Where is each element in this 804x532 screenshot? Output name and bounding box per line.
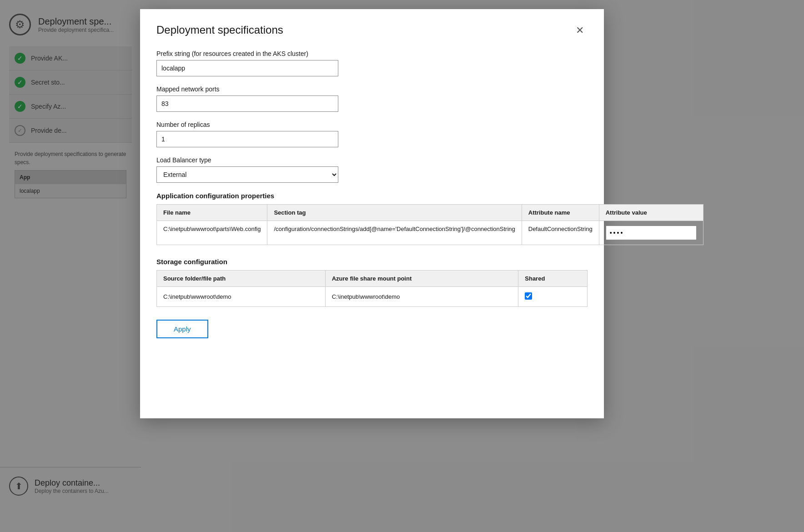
cell-mount-point: C:\inetpub\wwwroot\demo (325, 287, 518, 307)
modal-header: Deployment specifications ✕ (156, 24, 588, 37)
close-button[interactable]: ✕ (572, 24, 588, 37)
storage-tbody: C:\inetpub\wwwroot\demo C:\inetpub\wwwro… (157, 287, 588, 307)
app-config-tbody: C:\inetpub\wwwroot\parts\Web.config /con… (157, 221, 704, 245)
modal-dialog: Deployment specifications ✕ Prefix strin… (140, 9, 604, 418)
ports-form-group: Mapped network ports (156, 85, 588, 112)
storage-row: C:\inetpub\wwwroot\demo C:\inetpub\wwwro… (157, 287, 588, 307)
col-shared: Shared (518, 271, 588, 287)
cell-section-tag: /configuration/connectionStrings/add[@na… (267, 221, 522, 245)
lb-select[interactable]: External Internal None (156, 166, 338, 183)
app-config-thead: File name Section tag Attribute name Att… (157, 205, 704, 221)
cell-attr-value (599, 221, 703, 245)
lb-form-group: Load Balancer type External Internal Non… (156, 156, 588, 183)
col-source-path: Source folder/file path (157, 271, 326, 287)
prefix-label: Prefix string (for resources created in … (156, 50, 588, 57)
app-config-title: Application configuration properties (156, 192, 588, 200)
apply-button[interactable]: Apply (156, 320, 208, 338)
modal-title: Deployment specifications (156, 24, 283, 36)
app-config-header-row: File name Section tag Attribute name Att… (157, 205, 704, 221)
col-file-name: File name (157, 205, 267, 221)
app-config-table: File name Section tag Attribute name Att… (156, 204, 704, 245)
cell-source-path: C:\inetpub\wwwroot\demo (157, 287, 326, 307)
ports-input[interactable] (156, 95, 338, 112)
cell-attr-name: DefaultConnectionString (522, 221, 599, 245)
app-config-row: C:\inetpub\wwwroot\parts\Web.config /con… (157, 221, 704, 245)
replicas-input[interactable] (156, 131, 338, 147)
replicas-label: Number of replicas (156, 121, 588, 128)
cell-shared (518, 287, 588, 307)
replicas-form-group: Number of replicas (156, 121, 588, 147)
prefix-input[interactable] (156, 60, 338, 76)
storage-config-table: Source folder/file path Azure file share… (156, 270, 588, 307)
cell-file-name: C:\inetpub\wwwroot\parts\Web.config (157, 221, 267, 245)
storage-header-row: Source folder/file path Azure file share… (157, 271, 588, 287)
col-attr-value: Attribute value (599, 205, 703, 221)
app-config-section: Application configuration properties Fil… (156, 192, 588, 245)
storage-config-section: Storage configuration Source folder/file… (156, 258, 588, 307)
col-attr-name: Attribute name (522, 205, 599, 221)
lb-label: Load Balancer type (156, 156, 588, 164)
prefix-form-group: Prefix string (for resources created in … (156, 50, 588, 76)
ports-label: Mapped network ports (156, 85, 588, 93)
shared-checkbox[interactable] (525, 292, 532, 300)
col-section-tag: Section tag (267, 205, 522, 221)
col-mount-point: Azure file share mount point (325, 271, 518, 287)
storage-config-title: Storage configuration (156, 258, 588, 266)
attr-value-input[interactable] (606, 226, 697, 240)
storage-thead: Source folder/file path Azure file share… (157, 271, 588, 287)
